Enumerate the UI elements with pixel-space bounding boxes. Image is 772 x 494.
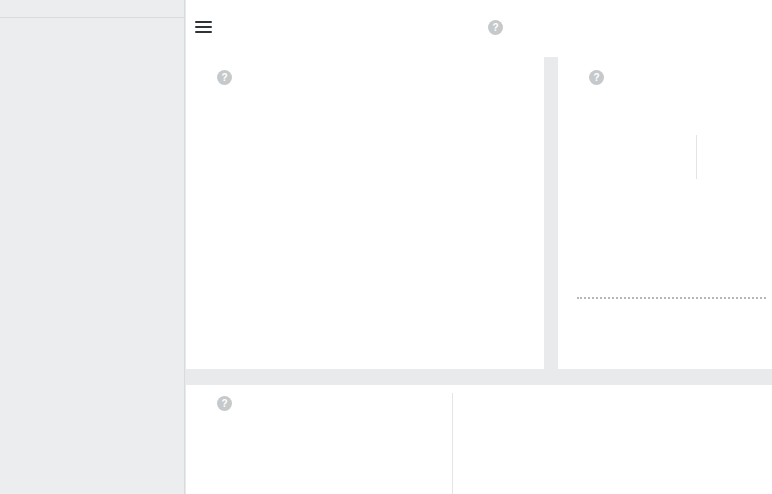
legend-stats-divider <box>696 135 697 179</box>
keyword-difficulty-title: ? <box>210 70 232 85</box>
page-header: ? <box>186 0 772 57</box>
parent-topic-card: ? <box>186 385 772 494</box>
menu-icon[interactable] <box>195 21 212 33</box>
keyword-difficulty-card: ? <box>186 57 544 369</box>
average-dotted-line <box>577 297 766 299</box>
help-icon[interactable]: ? <box>589 70 604 85</box>
help-icon[interactable]: ? <box>217 70 232 85</box>
help-icon[interactable]: ? <box>488 20 503 35</box>
parent-topic-divider <box>452 393 453 494</box>
parent-topic-title: ? <box>210 396 232 411</box>
search-volume-card: ? <box>558 57 772 369</box>
help-icon[interactable]: ? <box>217 396 232 411</box>
search-volume-title: ? <box>582 70 604 85</box>
app-window: ? ? ? ? <box>0 0 772 494</box>
difficulty-gauge <box>265 147 465 272</box>
sidebar <box>0 0 185 494</box>
sidebar-divider <box>0 17 184 18</box>
volume-bar-chart <box>577 224 766 326</box>
